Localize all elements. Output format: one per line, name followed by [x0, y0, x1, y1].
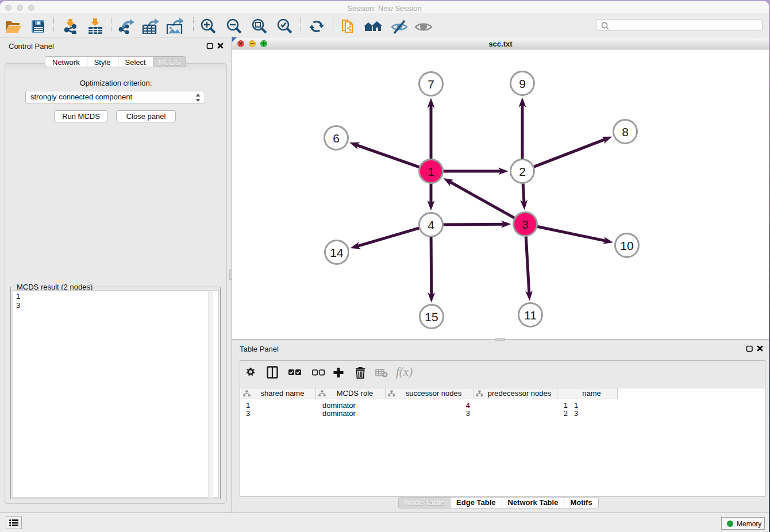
svg-text:6: 6	[333, 132, 340, 145]
svg-text:11: 11	[524, 309, 537, 322]
svg-text:8: 8	[622, 125, 629, 138]
svg-text:14: 14	[330, 246, 344, 259]
svg-text:10: 10	[620, 239, 633, 252]
svg-text:7: 7	[428, 78, 434, 91]
svg-text:4: 4	[428, 218, 434, 232]
svg-text:1: 1	[428, 165, 434, 178]
svg-text:2: 2	[519, 165, 526, 178]
svg-text:3: 3	[522, 218, 529, 231]
svg-text:15: 15	[425, 310, 438, 323]
svg-text:9: 9	[519, 77, 526, 90]
